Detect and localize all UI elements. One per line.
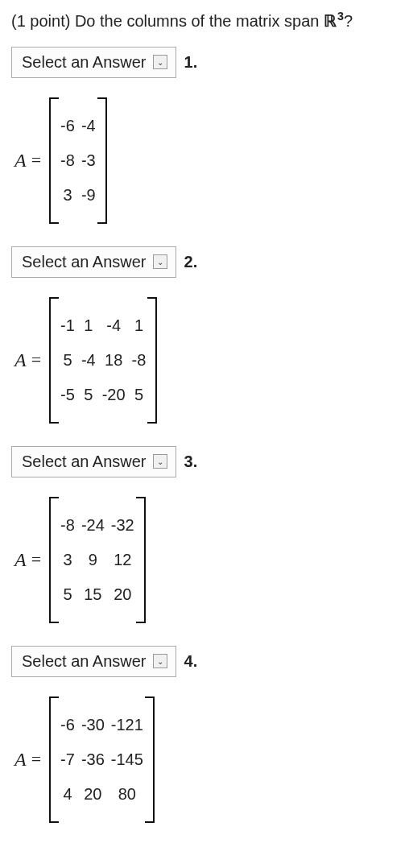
matrix-cell: -8 [57, 508, 78, 543]
matrix-cell: -6 [57, 109, 78, 143]
matrix-equation-1: A=-6-4-8-33-9 [14, 97, 405, 224]
matrix-cell: 3 [57, 543, 78, 577]
select-label: Select an Answer [22, 253, 147, 271]
select-answer-2[interactable]: Select an Answer⌄ [11, 246, 176, 278]
question-suffix: ? [344, 12, 353, 30]
matrix-equation-4: A=-6-30-121-7-36-14542080 [14, 696, 405, 823]
equals-sign: = [31, 549, 41, 570]
item-number: 2. [184, 253, 198, 271]
matrix-cell: 5 [57, 577, 78, 612]
select-label: Select an Answer [22, 453, 147, 471]
select-label: Select an Answer [22, 652, 147, 671]
matrix-cell: -8 [129, 343, 150, 378]
matrix: -8-24-32391251520 [49, 497, 146, 623]
matrix-cell: 9 [78, 543, 108, 577]
matrix-cell: 15 [78, 577, 108, 612]
matrix-cell: -5 [57, 378, 78, 412]
matrix-cell: -8 [57, 143, 78, 178]
matrix-cell: -30 [78, 708, 108, 742]
matrix-equation-2: A=-11-415-418-8-55-205 [14, 297, 405, 424]
select-answer-4[interactable]: Select an Answer⌄ [11, 646, 176, 677]
matrix-lhs: A [14, 749, 27, 771]
matrix: -11-415-418-8-55-205 [49, 297, 157, 424]
matrix-cell: -3 [78, 143, 99, 178]
matrix-cell: 20 [108, 577, 138, 612]
matrix-cell: 80 [108, 777, 147, 812]
item-number: 4. [184, 652, 198, 671]
matrix-cell: -4 [78, 343, 99, 378]
matrix-equation-3: A=-8-24-32391251520 [14, 497, 405, 623]
matrix-cell: -32 [108, 508, 138, 543]
equals-sign: = [31, 150, 41, 171]
matrix-cell: 20 [78, 777, 108, 812]
item-number: 3. [184, 453, 198, 471]
chevron-down-icon: ⌄ [153, 55, 167, 69]
matrix-cell: -24 [78, 508, 108, 543]
matrix-lhs: A [14, 150, 27, 172]
matrix-cell: -9 [78, 178, 99, 213]
question-prefix: (1 point) Do the columns of the matrix s… [11, 12, 324, 30]
question-text: (1 point) Do the columns of the matrix s… [11, 8, 405, 32]
matrix-lhs: A [14, 549, 27, 571]
equals-sign: = [31, 749, 41, 770]
matrix-cell: -20 [99, 378, 129, 412]
matrix-cell: 4 [57, 777, 78, 812]
chevron-down-icon: ⌄ [153, 254, 167, 269]
matrix-cell: 5 [57, 343, 78, 378]
chevron-down-icon: ⌄ [153, 454, 167, 469]
matrix-cell: 1 [129, 308, 150, 343]
matrix-cell: 12 [108, 543, 138, 577]
matrix-cell: 1 [78, 308, 99, 343]
matrix-cell: -36 [78, 742, 108, 777]
matrix-cell: -7 [57, 742, 78, 777]
item-number: 1. [184, 53, 198, 72]
matrix-cell: -4 [78, 109, 99, 143]
matrix-cell: 18 [99, 343, 129, 378]
matrix-cell: -121 [108, 708, 147, 742]
matrix: -6-30-121-7-36-14542080 [49, 696, 155, 823]
matrix-cell: -145 [108, 742, 147, 777]
select-label: Select an Answer [22, 53, 147, 72]
matrix-cell: 3 [57, 178, 78, 213]
matrix: -6-4-8-33-9 [49, 97, 107, 224]
matrix-lhs: A [14, 349, 27, 371]
chevron-down-icon: ⌄ [153, 654, 167, 668]
equals-sign: = [31, 349, 41, 370]
select-answer-3[interactable]: Select an Answer⌄ [11, 446, 176, 477]
real-symbol [324, 10, 337, 32]
select-answer-1[interactable]: Select an Answer⌄ [11, 47, 176, 78]
exponent: 3 [337, 10, 344, 23]
matrix-cell: -6 [57, 708, 78, 742]
matrix-cell: 5 [129, 378, 150, 412]
matrix-cell: -1 [57, 308, 78, 343]
matrix-cell: -4 [99, 308, 129, 343]
matrix-cell: 5 [78, 378, 99, 412]
